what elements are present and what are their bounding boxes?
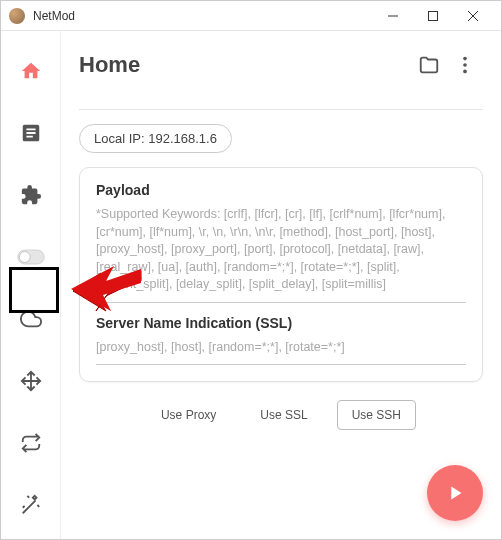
more-vert-icon — [454, 54, 476, 76]
sidebar-item-home[interactable] — [11, 51, 51, 91]
page-title: Home — [79, 52, 411, 78]
config-card: Payload *Supported Keywords: [crlf], [lf… — [79, 167, 483, 382]
use-ssl-button[interactable]: Use SSL — [245, 400, 322, 430]
home-icon — [20, 60, 42, 82]
folder-icon — [418, 54, 440, 76]
sidebar-item-extension[interactable] — [11, 175, 51, 215]
close-button[interactable] — [453, 2, 493, 30]
sidebar-item-notes[interactable] — [11, 113, 51, 153]
svg-rect-1 — [429, 11, 438, 20]
sidebar-item-move[interactable] — [11, 361, 51, 401]
toggle-icon — [17, 248, 45, 266]
maximize-button[interactable] — [413, 2, 453, 30]
sidebar-item-toggle[interactable] — [11, 237, 51, 277]
sidebar — [1, 31, 61, 539]
minimize-button[interactable] — [373, 2, 413, 30]
button-row: Use Proxy Use SSL Use SSH — [79, 400, 483, 430]
sidebar-item-cloud[interactable] — [11, 299, 51, 339]
app-title: NetMod — [33, 9, 373, 23]
divider — [79, 109, 483, 110]
local-ip-chip[interactable]: Local IP: 192.168.1.6 — [79, 124, 232, 153]
use-ssh-button[interactable]: Use SSH — [337, 400, 416, 430]
payload-input[interactable]: *Supported Keywords: [crlf], [lfcr], [cr… — [96, 206, 466, 303]
sidebar-item-magic[interactable] — [11, 485, 51, 525]
main: Home Local IP: 192.168.1.6 Payload *Supp… — [1, 31, 501, 539]
sni-title: Server Name Indication (SSL) — [96, 315, 466, 331]
svg-point-5 — [19, 252, 30, 263]
use-proxy-button[interactable]: Use Proxy — [146, 400, 231, 430]
svg-point-6 — [463, 57, 467, 61]
cloud-icon — [20, 308, 42, 330]
repeat-icon — [20, 432, 42, 454]
magic-icon — [20, 494, 42, 516]
window-controls — [373, 2, 493, 30]
move-icon — [20, 370, 42, 392]
content: Home Local IP: 192.168.1.6 Payload *Supp… — [61, 31, 501, 539]
sni-input[interactable]: [proxy_host], [host], [random=*;*], [rot… — [96, 339, 466, 366]
extension-icon — [20, 184, 42, 206]
folder-button[interactable] — [411, 47, 447, 83]
app-icon — [9, 8, 25, 24]
play-fab[interactable] — [427, 465, 483, 521]
notes-icon — [20, 122, 42, 144]
payload-title: Payload — [96, 182, 466, 198]
play-icon — [444, 482, 466, 504]
svg-point-7 — [463, 63, 467, 67]
titlebar: NetMod — [1, 1, 501, 31]
svg-point-8 — [463, 70, 467, 74]
more-button[interactable] — [447, 47, 483, 83]
header: Home — [79, 47, 483, 93]
sidebar-item-repeat[interactable] — [11, 423, 51, 463]
